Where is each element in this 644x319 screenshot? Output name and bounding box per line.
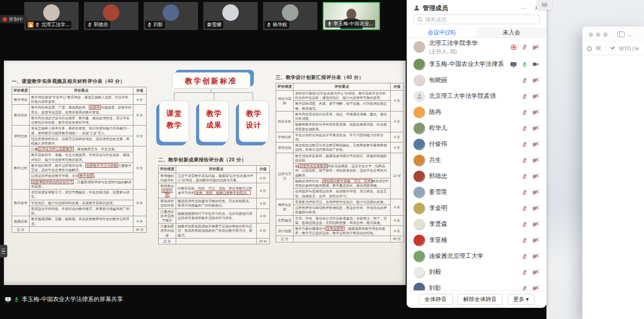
annotation-toolbar-handle[interactable] <box>0 245 7 257</box>
more-button[interactable]: 更多 ▾ <box>508 294 535 305</box>
search-input[interactable] <box>425 16 536 22</box>
mic-muted-icon[interactable] <box>522 44 528 50</box>
panel-collapse-handle[interactable] <box>537 0 552 10</box>
camera-off-icon[interactable] <box>532 189 539 195</box>
dimension-cell: 教学过程 <box>12 146 30 190</box>
criteria-cell: 课堂讲授富有吸引力，课堂气氛融洽，学生思维活跃，深度参与课堂。 <box>30 190 133 200</box>
diagram-child-box: 教学 成果 <box>199 100 229 142</box>
more-icon[interactable]: ··· <box>520 5 527 11</box>
table-row: 课程思政将思想政治教育与专业教育有机融合，引用典型教学案例举例说明，具有示范作用… <box>276 143 404 153</box>
dimension-cell: 过程与方法 <box>276 153 294 199</box>
mic-muted-icon[interactable] <box>522 238 528 243</box>
total-label: 总 分 <box>12 226 30 232</box>
score-cell: 4 分 <box>391 225 404 236</box>
mic-muted-icon[interactable] <box>522 142 528 147</box>
member-role: (主持人, 我) <box>429 48 507 55</box>
criteria-cell: 教学活动丰富多样，能体现各等级水平的知识、技能和情感价值目标。 <box>294 153 391 163</box>
criteria-cell: 以信息技术创设教学环境，支持教学创新。 <box>30 173 133 179</box>
browser-tab-1[interactable]: 税 <box>596 45 601 52</box>
browser-sidebar-icon[interactable] <box>617 32 625 37</box>
window-close-button[interactable] <box>589 32 593 37</box>
dimension-cell: 教学内容 <box>12 105 30 126</box>
camera-on-icon[interactable] <box>532 61 539 67</box>
member-row[interactable]: 连俊雅北京理工大学 <box>407 248 546 264</box>
background-browser-window[interactable]: ⌄ 税 WTO | le <box>582 27 644 319</box>
camera-off-icon[interactable] <box>532 125 539 131</box>
member-status-icons <box>522 93 539 99</box>
camera-off-icon[interactable] <box>532 269 539 275</box>
mic-muted-icon[interactable] <box>522 206 528 211</box>
avatar <box>413 235 425 246</box>
unmute-all-button[interactable]: 解除全体静音 <box>458 294 503 305</box>
video-tile[interactable]: 刘影 <box>144 2 198 30</box>
member-name: 包晓丽 <box>429 76 518 84</box>
member-row[interactable]: 北京理工大学法学院孟强 <box>407 88 546 104</box>
member-row[interactable]: 付俊伟 <box>407 136 546 152</box>
camera-off-icon[interactable] <box>532 237 539 243</box>
mic-muted-icon[interactable] <box>522 110 528 115</box>
camera-off-icon[interactable] <box>532 157 539 163</box>
camera-off-icon[interactable] <box>532 77 539 83</box>
mic-muted-icon[interactable] <box>522 94 528 99</box>
member-row[interactable]: 李玉梅-中国农业大学法律系 <box>407 56 546 72</box>
mic-muted-icon[interactable] <box>522 158 528 163</box>
chevron-down-icon[interactable]: ⌄ <box>627 32 632 38</box>
criteria-cell: 注重以学生为中心创新教学，体现教师主导、学生主体。 <box>30 146 133 152</box>
member-row[interactable]: 刘毅 <box>407 264 546 280</box>
member-row[interactable]: 陈冉 <box>407 104 546 120</box>
camera-off-icon[interactable] <box>532 141 539 147</box>
video-tile[interactable]: 秦雪娜 <box>203 2 258 30</box>
mute-all-button[interactable]: 全体静音 <box>419 294 453 305</box>
browser-tab-favicon[interactable] <box>587 46 592 51</box>
member-status-icons <box>522 237 539 243</box>
mic-muted-icon[interactable] <box>522 174 528 179</box>
tile-participant-name: 杨华权 <box>273 21 287 28</box>
red-highlight-box: 创造性地使用教材 <box>298 164 328 168</box>
mic-muted-icon[interactable] <box>522 78 528 83</box>
mic-on-icon[interactable] <box>522 62 528 67</box>
tile-participant-name: 郭德忠 <box>94 21 108 28</box>
camera-off-icon[interactable] <box>532 221 539 227</box>
member-row[interactable]: 包晓丽 <box>407 72 546 88</box>
video-tile[interactable]: 李玉梅-中国农业... <box>323 2 380 30</box>
browser-tab-2[interactable]: WTO | le <box>619 46 639 51</box>
member-row[interactable]: 李贤森 <box>407 216 546 232</box>
mic-muted-icon[interactable] <box>522 190 528 195</box>
window-zoom-button[interactable] <box>603 32 608 37</box>
member-row[interactable]: 郭德忠 <box>407 168 546 184</box>
table-row: 教学目标清楚、具体、易于理解，便于实施，行为动词使用正确，阐述规范。 <box>276 101 404 111</box>
member-row[interactable]: 李亚楠 <box>407 232 546 248</box>
video-tile[interactable]: 杨华权 <box>263 2 317 30</box>
camera-off-icon[interactable] <box>532 44 539 50</box>
table-row: 注重创新成果的辐射能够对创新实践成效开展基于证据的有效分析与总结，形成具有较强辐… <box>159 223 270 239</box>
camera-off-icon[interactable] <box>532 253 539 259</box>
table-row: 以信息技术创设教学环境，支持教学创新。 <box>12 173 147 179</box>
member-row[interactable]: 李金明 <box>407 200 546 216</box>
member-name: 李玉梅-中国农业大学法律系 <box>429 60 506 68</box>
score-cell: 4 分 <box>391 111 404 132</box>
video-tile[interactable]: 郭德忠 <box>84 2 138 30</box>
mic-muted-icon[interactable] <box>522 254 528 259</box>
member-name: 北理工法学院李华 <box>429 39 507 48</box>
camera-off-icon[interactable] <box>532 205 539 211</box>
tile-name-bar: 杨华权 <box>264 21 289 29</box>
tab-in-meeting[interactable]: 会议中(26) <box>407 27 477 37</box>
camera-off-icon[interactable] <box>532 173 539 179</box>
criteria-cell: 将思想政治教育与专业教育有机融合，引用典型教学案例举例说明，具有示范作用和推广价… <box>294 143 391 153</box>
mic-muted-icon[interactable] <box>522 126 528 131</box>
member-row[interactable]: 姜雪莲 <box>407 184 546 200</box>
member-name: 刘影 <box>429 284 518 291</box>
total-score: 40 分 <box>133 226 147 232</box>
member-row[interactable]: 程华儿 <box>407 120 546 136</box>
member-row[interactable]: 北理工法学院李华(主持人, 我) <box>407 38 546 56</box>
camera-off-icon[interactable] <box>532 109 539 115</box>
video-tile[interactable]: 北理工法学... <box>24 2 79 30</box>
member-row[interactable]: 共生 <box>407 152 546 168</box>
mic-muted-icon[interactable] <box>522 270 528 275</box>
window-minimize-button[interactable] <box>596 32 600 37</box>
mic-muted-icon[interactable] <box>522 222 528 227</box>
member-row[interactable]: 刘影 <box>407 280 546 291</box>
camera-off-icon[interactable] <box>532 93 539 99</box>
criteria-cell: 采用多元评价方法，合理评价学生知识、能力与思维的发展。 <box>294 199 391 205</box>
tab-not-joined[interactable]: 未入会 <box>477 27 546 37</box>
